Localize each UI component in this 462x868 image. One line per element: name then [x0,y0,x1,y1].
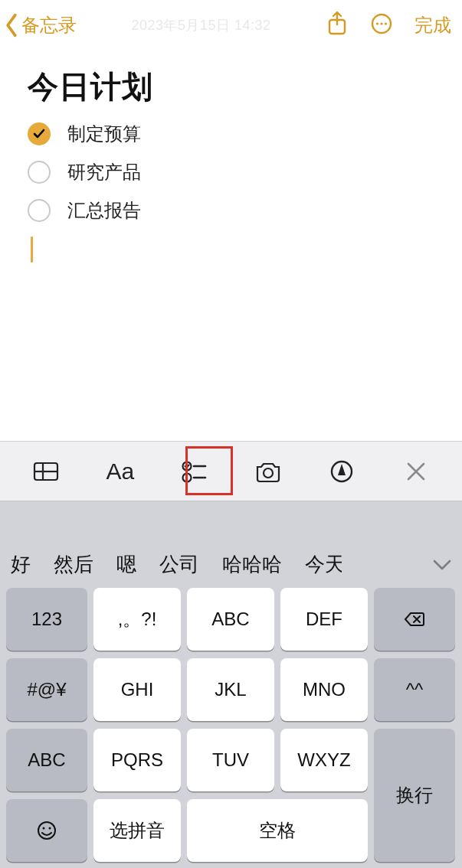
done-button[interactable]: 完成 [414,13,451,38]
key-abc[interactable]: ABC [187,588,274,651]
share-button[interactable] [326,11,349,40]
camera-icon [253,456,283,487]
markup-button[interactable] [320,450,363,493]
checklist-button[interactable] [172,450,215,493]
key-pqrs[interactable]: PQRS [93,729,181,791]
emoji-icon [35,819,58,842]
svg-point-4 [385,22,387,24]
back-label: 备忘录 [21,13,77,38]
keyboard-row: #@¥ GHI JKL MNO ^^ [6,658,456,721]
suggestion[interactable]: 哈哈哈 [222,551,282,578]
suggestion[interactable]: 今天 [305,551,342,578]
keyboard-col-mid: PQRS TUV WXYZ 选拼音 空格 [93,729,368,862]
key-jkl[interactable]: JKL [187,658,274,721]
svg-point-3 [380,22,382,24]
chevron-down-icon[interactable] [428,550,456,578]
keyboard-row: ABC PQRS TUV WXYZ 选拼音 空格 [6,729,456,862]
suggestion[interactable]: 嗯 [116,551,136,578]
checklist-item[interactable]: 汇总报告 [28,198,434,223]
key-select-pinyin[interactable]: 选拼音 [93,799,181,862]
text-cursor-row[interactable] [28,237,434,263]
key-return[interactable]: 换行 [374,729,455,862]
text-cursor [31,237,33,263]
key-emoji[interactable] [6,799,87,862]
checkbox-empty-icon[interactable] [28,199,51,222]
checkbox-empty-icon[interactable] [28,161,51,184]
keyboard-col-right: 换行 [374,729,455,862]
table-button[interactable] [25,450,67,493]
camera-button[interactable] [247,450,290,493]
nav-actions: 完成 [326,11,451,40]
key-ghi[interactable]: GHI [93,658,181,721]
navigation-bar: 备忘录 2023年5月15日 14:32 完成 [0,0,462,51]
key-tuv[interactable]: TUV [187,729,274,791]
checklist-icon [179,456,209,487]
checklist-item-label: 制定预算 [67,122,141,146]
suggestion[interactable]: 公司 [159,551,199,578]
more-button[interactable] [370,11,393,40]
key-numbers[interactable]: 123 [6,588,87,651]
keyboard-row: 123 ,。?! ABC DEF [6,588,456,651]
svg-point-15 [43,827,45,830]
format-toolbar: Aa [0,441,462,501]
close-toolbar-button[interactable] [395,450,437,493]
key-abc-mode[interactable]: ABC [6,729,87,791]
suggestion[interactable]: 好 [11,551,31,578]
key-punctuation[interactable]: ,。?! [93,588,181,651]
svg-point-2 [376,22,378,24]
key-symbols[interactable]: #@¥ [6,658,87,721]
svg-point-14 [38,822,55,839]
checklist-item[interactable]: 制定预算 [28,122,434,146]
table-icon [31,456,61,487]
share-icon [326,11,349,37]
svg-point-12 [264,468,273,478]
note-title[interactable]: 今日计划 [28,66,434,108]
key-mno[interactable]: MNO [280,658,368,721]
key-space[interactable]: 空格 [187,799,368,862]
keyboard: 好 然后 嗯 公司 哈哈哈 今天 123 ,。?! ABC DEF #@¥ [0,540,462,868]
checklist-item-label: 汇总报告 [67,198,141,223]
close-icon [401,456,431,487]
markup-icon [326,456,357,487]
chevron-left-icon [3,12,20,38]
svg-point-10 [183,473,192,481]
suggestion-bar: 好 然后 嗯 公司 哈哈哈 今天 [0,540,462,588]
note-timestamp: 2023年5月15日 14:32 [77,16,326,34]
suggestion[interactable]: 然后 [54,551,93,578]
suggestion-items: 好 然后 嗯 公司 哈哈哈 今天 [11,551,428,578]
key-delete[interactable] [374,588,455,651]
checkbox-checked-icon[interactable] [28,122,51,145]
key-def[interactable]: DEF [280,588,368,651]
text-format-button[interactable]: Aa [99,450,142,493]
note-body[interactable]: 今日计划 制定预算 研究产品 汇总报告 [0,51,462,263]
key-emoticon[interactable]: ^^ [374,658,455,721]
checklist-item-label: 研究产品 [67,160,141,184]
ellipsis-circle-icon [370,11,393,37]
keyboard-col-left: ABC [6,729,87,862]
delete-icon [403,608,426,631]
back-button[interactable]: 备忘录 [3,12,77,38]
format-toolbar-container: Aa [0,441,462,551]
checklist-item[interactable]: 研究产品 [28,160,434,184]
key-wxyz[interactable]: WXYZ [280,729,368,791]
keyboard-rows: 123 ,。?! ABC DEF #@¥ GHI JKL MNO ^^ ABC [0,588,462,868]
svg-point-16 [49,827,51,830]
